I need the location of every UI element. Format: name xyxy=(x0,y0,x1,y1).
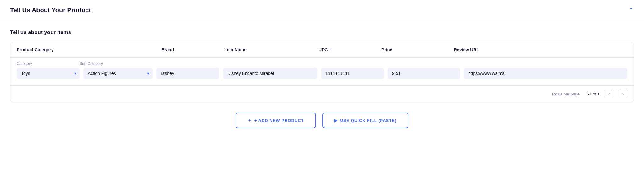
rows-per-page-label: Rows per page: xyxy=(552,92,581,96)
quick-fill-label: USE QUICK FILL (PASTE) xyxy=(340,118,397,123)
col-header-item-name: Item Name xyxy=(224,47,319,52)
sub-category-select-wrapper: Action Figures Dolls Games Puzzles xyxy=(83,68,153,79)
col-header-price: Price xyxy=(381,47,454,52)
brand-input[interactable] xyxy=(156,68,219,79)
add-new-product-button[interactable]: ＋ + ADD NEW PRODUCT xyxy=(236,113,316,128)
page-info: 1-1 of 1 xyxy=(586,92,600,96)
action-buttons: ＋ + ADD NEW PRODUCT ▶ USE QUICK FILL (PA… xyxy=(10,113,634,128)
sub-labels: Category Sub-Category xyxy=(17,61,627,66)
page-wrapper: Tell Us About Your Product ⌃ Tell us abo… xyxy=(0,0,644,185)
prev-page-button[interactable]: ‹ xyxy=(605,90,613,98)
col-header-review-url: Review URL xyxy=(454,47,627,52)
product-table: Product Category Brand Item Name UPC ↑ P… xyxy=(10,42,634,102)
section-header: Tell Us About Your Product ⌃ xyxy=(0,0,644,20)
col-header-upc: UPC ↑ xyxy=(319,47,381,52)
category-select-wrapper: Toys Electronics Clothing Books xyxy=(17,68,80,79)
table-row: Toys Electronics Clothing Books Action F… xyxy=(17,68,627,79)
sub-label-url-spacer xyxy=(441,61,627,66)
quick-fill-button[interactable]: ▶ USE QUICK FILL (PASTE) xyxy=(322,113,409,128)
sub-label-sub-category: Sub-Category xyxy=(80,61,149,66)
col-header-brand: Brand xyxy=(161,47,224,52)
section-body: Tell us about your items Product Categor… xyxy=(0,20,644,141)
category-select[interactable]: Toys Electronics Clothing Books xyxy=(17,68,80,79)
table-header: Product Category Brand Item Name UPC ↑ P… xyxy=(10,42,634,58)
page-title: Tell Us About Your Product xyxy=(10,7,91,14)
sub-label-brand-spacer xyxy=(149,61,212,66)
sub-category-select[interactable]: Action Figures Dolls Games Puzzles xyxy=(83,68,153,79)
sort-icon[interactable]: ↑ xyxy=(329,48,331,52)
next-page-button[interactable]: › xyxy=(619,90,627,98)
collapse-icon[interactable]: ⌃ xyxy=(629,6,634,14)
add-product-label: + ADD NEW PRODUCT xyxy=(254,118,304,123)
review-url-input[interactable] xyxy=(464,68,627,79)
sub-section-title: Tell us about your items xyxy=(10,29,634,36)
sub-label-price-spacer xyxy=(369,61,441,66)
price-input[interactable] xyxy=(388,68,460,79)
table-body: Category Sub-Category Toys Electronics xyxy=(10,58,634,85)
table-footer: Rows per page: 1-1 of 1 ‹ › xyxy=(10,85,634,102)
col-header-product-category: Product Category xyxy=(17,47,161,52)
item-name-input[interactable] xyxy=(223,68,317,79)
plus-icon: ＋ xyxy=(247,118,252,123)
sub-label-upc-spacer xyxy=(306,61,369,66)
paste-icon: ▶ xyxy=(334,118,338,123)
sub-label-item-spacer xyxy=(212,61,306,66)
upc-input[interactable] xyxy=(321,68,384,79)
sub-label-category: Category xyxy=(17,61,80,66)
